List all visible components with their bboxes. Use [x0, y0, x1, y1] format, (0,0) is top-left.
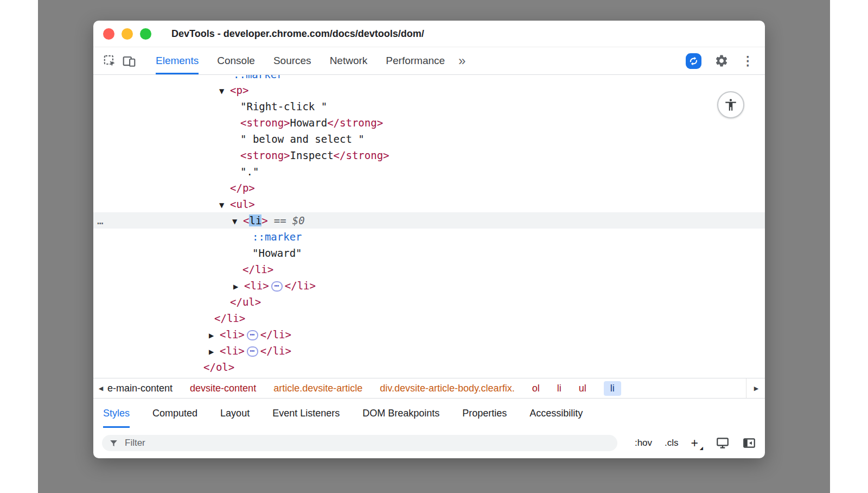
tag-ul-close[interactable]: </ul> [230, 296, 261, 308]
tag-strong-close[interactable]: </strong> [327, 117, 383, 129]
devtools-window: DevTools - developer.chrome.com/docs/dev… [93, 21, 765, 458]
tree-line-li-close[interactable]: </li> [93, 261, 765, 277]
settings-gear-icon[interactable] [714, 54, 729, 68]
tree-line-text[interactable]: "." [93, 163, 765, 180]
marker-pseudo-element[interactable]: ::marker [233, 75, 283, 82]
inline-expand-button[interactable]: ⋯ [247, 330, 258, 340]
tree-line-collapsed-li[interactable]: ▶<li>⋯</li> [93, 343, 765, 359]
tag-li-close[interactable]: </li> [214, 312, 245, 324]
kebab-menu-icon[interactable]: ⋮ [742, 55, 754, 67]
inspect-icon[interactable] [100, 47, 119, 74]
breadcrumb-item[interactable]: article.devsite-article [273, 383, 362, 394]
tab-sources[interactable]: Sources [273, 47, 311, 74]
tree-line-collapsed-li[interactable]: ▶<li>⋯</li> [93, 277, 765, 294]
text-node[interactable]: "." [240, 166, 259, 178]
breadcrumb-item[interactable]: ul [579, 383, 586, 394]
text-node[interactable]: Inspect [290, 149, 334, 161]
device-toolbar-icon[interactable] [119, 47, 139, 74]
element-classes-button[interactable]: .cls [665, 438, 679, 448]
minimize-window-button[interactable] [122, 28, 133, 40]
tree-line-text[interactable]: "Right-click " [93, 98, 765, 115]
selected-tag-name[interactable]: li [249, 214, 261, 226]
tab-elements[interactable]: Elements [156, 47, 199, 74]
toolbar-right-icons: ⋮ [686, 47, 754, 74]
plus-caret-icon: ◢ [700, 446, 703, 451]
tree-line-strong-inspect[interactable]: <strong>Inspect</strong> [93, 147, 765, 163]
expand-arrow-icon[interactable]: ▼ [219, 83, 230, 99]
tag-li-close[interactable]: </li> [285, 280, 316, 292]
tab-console[interactable]: Console [217, 47, 255, 74]
tree-line-li-close[interactable]: </li> [93, 310, 765, 326]
filter-text-field[interactable] [124, 437, 611, 449]
tree-line-marker[interactable]: ::marker [93, 229, 765, 245]
breadcrumb-scroll-left-icon[interactable]: ◀ [94, 385, 107, 392]
tab-accessibility[interactable]: Accessibility [529, 399, 583, 428]
text-node[interactable]: " below and select " [240, 133, 365, 145]
tree-line-strong-howard[interactable]: <strong>Howard</strong> [93, 115, 765, 131]
inline-expand-button[interactable]: ⋯ [247, 346, 258, 357]
breadcrumb-item[interactable]: div.devsite-article-body.clearfix. [380, 383, 514, 394]
expand-arrow-icon[interactable]: ▼ [232, 213, 243, 230]
tree-line-text[interactable]: " below and select " [93, 131, 765, 147]
tag-li-close[interactable]: </li> [242, 263, 273, 275]
tab-layout[interactable]: Layout [220, 399, 250, 428]
breadcrumb-item[interactable]: devsite-content [190, 383, 256, 394]
breadcrumb-item[interactable]: li [557, 383, 561, 394]
tag-ol-close[interactable]: </ol> [203, 361, 234, 373]
tag-strong-close[interactable]: </strong> [334, 149, 390, 161]
text-node[interactable]: Howard [290, 117, 328, 129]
tree-line-selected-li[interactable]: …▼<li>==$0 [93, 212, 765, 229]
marker-pseudo-element[interactable]: ::marker [252, 231, 302, 243]
breadcrumb-items: e-main-content devsite-content article.d… [107, 381, 746, 396]
tag-li-open[interactable]: <li> [220, 328, 245, 340]
tree-line-text[interactable]: "Howard" [93, 245, 765, 261]
rendering-emulations-icon[interactable] [716, 436, 730, 450]
tag-p-open[interactable]: <p> [230, 84, 248, 96]
tag-li-open[interactable]: <li> [220, 345, 245, 357]
tree-line-clipped-marker[interactable]: ::marker [93, 75, 765, 82]
tag-li-gt[interactable]: > [261, 214, 267, 226]
tab-properties[interactable]: Properties [462, 399, 507, 428]
tag-li-close[interactable]: </li> [260, 328, 291, 340]
tab-network[interactable]: Network [330, 47, 368, 74]
tag-strong-open[interactable]: <strong> [240, 117, 290, 129]
text-node[interactable]: "Right-click " [240, 100, 327, 112]
new-style-rule-button[interactable]: +◢ [691, 437, 703, 450]
expand-arrow-icon[interactable]: ▼ [219, 197, 230, 213]
toggle-element-state-button[interactable]: :hov [635, 438, 652, 448]
tree-line-collapsed-li[interactable]: ▶<li>⋯</li> [93, 326, 765, 343]
tab-dom-breakpoints[interactable]: DOM Breakpoints [362, 399, 439, 428]
collapse-arrow-icon[interactable]: ▶ [209, 327, 220, 344]
breadcrumb-scroll-right-icon[interactable]: ▶ [750, 385, 763, 392]
breadcrumb-item[interactable]: e-main-content [107, 383, 173, 394]
tag-ul-open[interactable]: <ul> [230, 198, 255, 210]
filter-input[interactable] [102, 435, 617, 451]
blue-sync-icon[interactable] [686, 53, 701, 69]
more-tabs-chevron-icon[interactable]: » [458, 47, 465, 74]
tree-line-p-close[interactable]: </p> [93, 180, 765, 196]
tag-strong-open[interactable]: <strong> [240, 149, 290, 161]
text-node[interactable]: "Howard" [252, 247, 302, 259]
tag-li-open[interactable]: <li> [244, 280, 269, 292]
tag-p-close[interactable]: </p> [230, 182, 255, 194]
inline-expand-button[interactable]: ⋯ [271, 281, 283, 292]
toggle-sidebar-icon[interactable] [742, 436, 756, 450]
tab-performance[interactable]: Performance [386, 47, 445, 74]
close-window-button[interactable] [103, 28, 114, 40]
tab-styles[interactable]: Styles [103, 399, 130, 428]
tree-line-p-open[interactable]: ▼<p> [93, 82, 765, 98]
tag-li-lt[interactable]: < [243, 214, 249, 226]
tree-line-ol-close[interactable]: </ol> [93, 359, 765, 375]
styles-pane-buttons: :hov .cls +◢ [635, 436, 756, 450]
breadcrumb-item-selected[interactable]: li [604, 381, 621, 396]
tree-line-ul-open[interactable]: ▼<ul> [93, 196, 765, 212]
accessibility-floating-button[interactable] [717, 91, 744, 118]
breadcrumb-item[interactable]: ol [532, 383, 540, 394]
collapse-arrow-icon[interactable]: ▶ [233, 279, 244, 295]
tab-computed[interactable]: Computed [152, 399, 197, 428]
zoom-window-button[interactable] [140, 28, 151, 40]
tab-event-listeners[interactable]: Event Listeners [272, 399, 340, 428]
collapse-arrow-icon[interactable]: ▶ [209, 344, 220, 360]
tag-li-close[interactable]: </li> [260, 345, 291, 357]
tree-line-ul-close[interactable]: </ul> [93, 294, 765, 310]
